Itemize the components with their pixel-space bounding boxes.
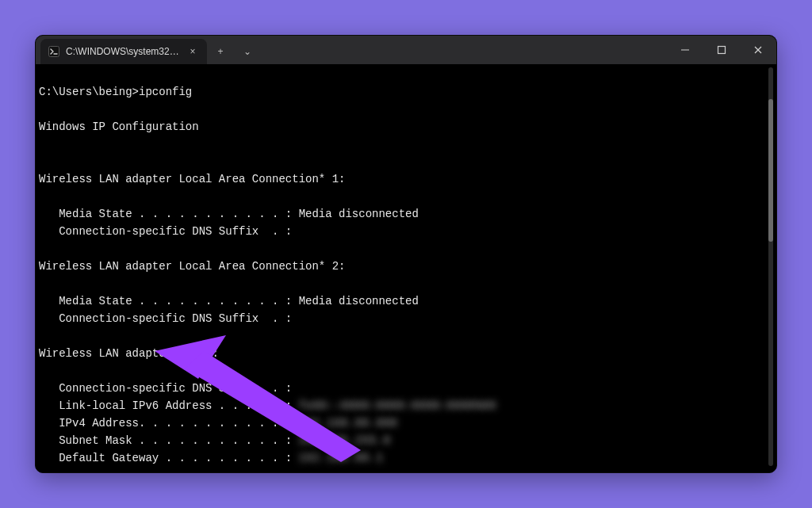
tab-dropdown-button[interactable]: ⌄ <box>234 39 261 64</box>
close-window-button[interactable] <box>740 36 776 64</box>
blank-line <box>39 188 770 205</box>
cmd-icon <box>48 46 59 57</box>
blank-line <box>39 240 770 258</box>
blank-line <box>39 275 770 292</box>
redacted-value: 192.168.00.000 <box>299 417 398 430</box>
media-state-line: Media State . . . . . . . . . . . : Medi… <box>39 205 770 223</box>
terminal-window: C:\WINDOWS\system32\cmd. × + ⌄ C:\Users\… <box>35 35 777 473</box>
prompt-line: C:\Users\being>ipconfig <box>39 83 770 101</box>
blank-line <box>39 327 770 345</box>
redacted-value: 255.255.255.0 <box>299 434 391 447</box>
blank-line <box>39 101 770 118</box>
ipv6-line: Link-local IPv6 Address . . . . . : fe80… <box>39 397 770 414</box>
window-controls <box>667 36 776 64</box>
prompt: C:\Users\being> <box>39 86 139 98</box>
gateway-line: Default Gateway . . . . . . . . . : 192.… <box>39 449 770 467</box>
new-tab-button[interactable]: + <box>207 39 234 64</box>
titlebar[interactable]: C:\WINDOWS\system32\cmd. × + ⌄ <box>36 36 776 64</box>
tab-title: C:\WINDOWS\system32\cmd. <box>66 46 180 57</box>
svg-rect-3 <box>718 47 726 54</box>
redacted-value: 192.168.00.1 <box>299 452 384 464</box>
tab-close-button[interactable]: × <box>186 45 199 58</box>
blank-line <box>39 362 770 380</box>
minimize-button[interactable] <box>667 36 703 64</box>
adapter-heading: Wireless LAN adapter Wi-Fi: <box>39 345 770 362</box>
blank-line <box>39 136 770 153</box>
tab-cmd[interactable]: C:\WINDOWS\system32\cmd. × <box>40 39 207 64</box>
dns-suffix-line: Connection-specific DNS Suffix . : <box>39 380 770 397</box>
subnet-line: Subnet Mask . . . . . . . . . . . : 255.… <box>39 432 770 449</box>
terminal-body[interactable]: C:\Users\being>ipconfig Windows IP Confi… <box>36 64 773 472</box>
adapter-heading: Wireless LAN adapter Local Area Connecti… <box>39 258 770 275</box>
blank-line <box>39 66 770 83</box>
scrollbar[interactable] <box>768 67 773 466</box>
dns-suffix-line: Connection-specific DNS Suffix . : <box>39 223 770 240</box>
adapter-heading: Wireless LAN adapter Local Area Connecti… <box>39 170 770 188</box>
redacted-value: fe80::0000:0000:0000:0000%00 <box>299 399 496 412</box>
scrollbar-thumb[interactable] <box>768 99 773 242</box>
media-state-line: Media State . . . . . . . . . . . : Medi… <box>39 292 770 310</box>
maximize-button[interactable] <box>703 36 740 64</box>
svg-rect-0 <box>49 47 59 57</box>
dns-suffix-line: Connection-specific DNS Suffix . : <box>39 310 770 327</box>
ipconfig-heading: Windows IP Configuration <box>39 118 770 136</box>
blank-line <box>39 153 770 170</box>
blank-line <box>39 467 770 472</box>
ipv4-line: IPv4 Address. . . . . . . . . . . : 192.… <box>39 414 770 432</box>
command-text: ipconfig <box>139 86 192 98</box>
terminal-output: C:\Users\being>ipconfig Windows IP Confi… <box>39 66 770 472</box>
